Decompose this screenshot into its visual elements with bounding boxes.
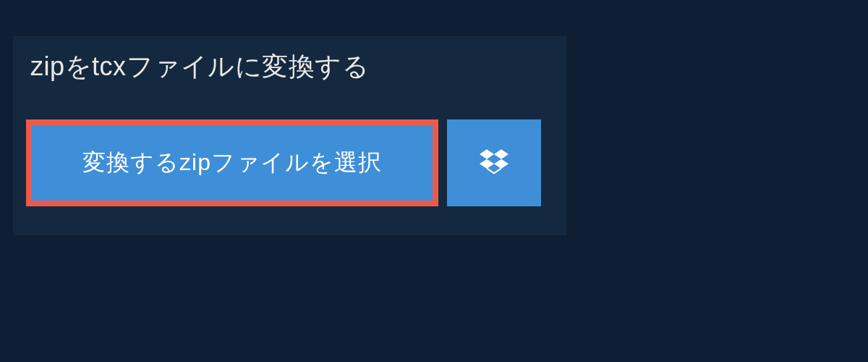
dropbox-button[interactable]: [447, 119, 541, 206]
converter-panel: zipをtcxファイルに変換する 変換するzipファイルを選択: [13, 36, 566, 235]
button-row: 変換するzipファイルを選択: [26, 119, 566, 206]
select-file-button[interactable]: 変換するzipファイルを選択: [26, 119, 438, 206]
heading-wrapper: zipをtcxファイルに変換する: [13, 36, 386, 98]
select-file-label: 変換するzipファイルを選択: [82, 147, 382, 179]
dropbox-icon: [480, 147, 509, 179]
page-title: zipをtcxファイルに変換する: [30, 49, 369, 85]
